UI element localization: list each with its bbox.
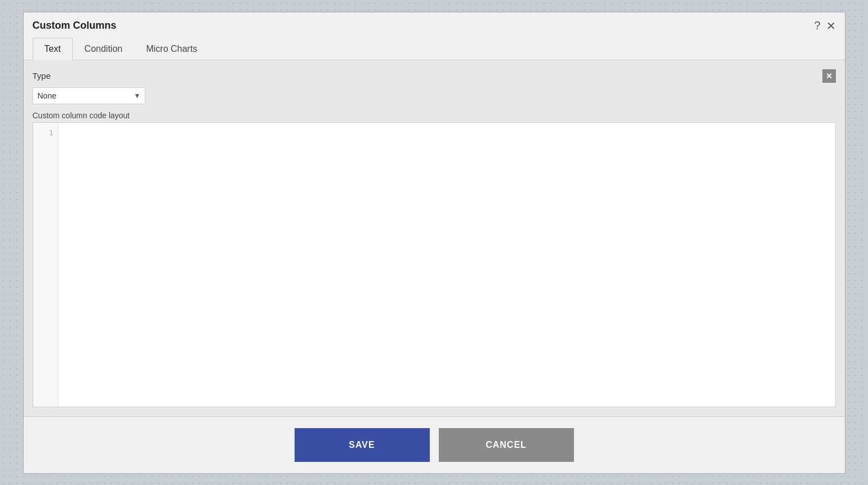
line-number-1: 1 (49, 127, 54, 139)
code-textarea[interactable] (59, 123, 835, 407)
code-layout-label: Custom column code layout (33, 111, 836, 120)
save-button[interactable]: SAVE (295, 428, 430, 462)
type-select[interactable]: None (33, 87, 145, 104)
tabs-bar: Text Condition Micro Charts (24, 37, 845, 60)
help-icon[interactable]: ? (814, 19, 820, 32)
tab-micro-charts[interactable]: Micro Charts (134, 38, 209, 60)
code-layout-section: Custom column code layout 1 (33, 111, 836, 407)
cancel-button[interactable]: CANCEL (439, 428, 574, 462)
line-numbers: 1 (33, 123, 59, 407)
tab-condition[interactable]: Condition (73, 38, 135, 60)
type-close-button[interactable]: ✕ (822, 69, 836, 83)
type-select-wrapper: None ▼ (33, 87, 145, 104)
custom-columns-dialog: Custom Columns ? ✕ Text Condition Micro … (23, 12, 845, 474)
type-header: Type ✕ (33, 69, 836, 83)
code-editor: 1 (33, 122, 836, 407)
tab-text[interactable]: Text (33, 38, 73, 60)
buttons-area: SAVE CANCEL (24, 416, 845, 473)
type-label: Type (33, 71, 51, 81)
dialog-header: Custom Columns ? ✕ (24, 12, 845, 37)
dialog-title: Custom Columns (33, 20, 117, 32)
header-icons: ? ✕ (814, 19, 835, 33)
close-dialog-icon[interactable]: ✕ (826, 19, 836, 33)
dialog-body: Type ✕ None ▼ Custom column code layout … (24, 60, 845, 416)
type-section: Type ✕ None ▼ (33, 69, 836, 104)
